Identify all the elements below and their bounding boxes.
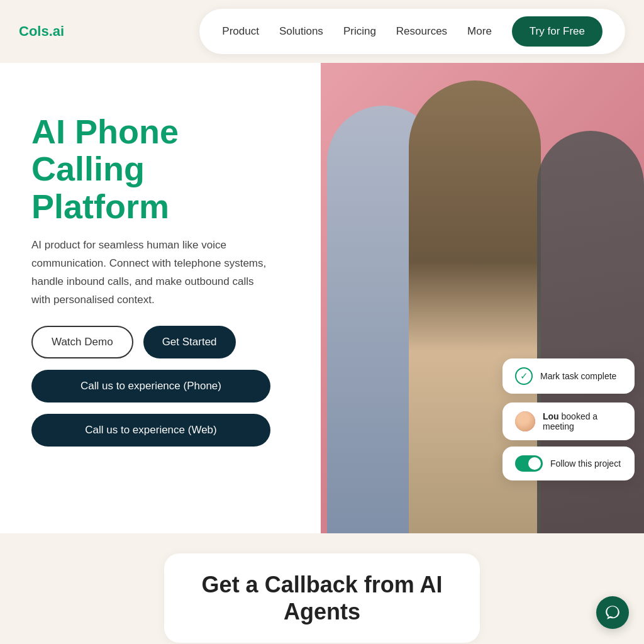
- bottom-section: Get a Callback from AI Agents: [0, 533, 644, 644]
- meeting-card[interactable]: Lou booked a meeting: [502, 402, 635, 440]
- task-card[interactable]: ✓ Mark task complete: [502, 358, 635, 394]
- hero-left: AI Phone Calling Platform AI product for…: [0, 63, 321, 533]
- hero-subtitle: AI product for seamless human like voice…: [31, 236, 270, 309]
- nav-more[interactable]: More: [467, 25, 492, 38]
- call-web-button[interactable]: Call us to experience (Web): [31, 414, 270, 447]
- nav-pricing[interactable]: Pricing: [343, 25, 376, 38]
- nav-solutions[interactable]: Solutions: [279, 25, 323, 38]
- avatar: [515, 411, 535, 431]
- chat-bubble-button[interactable]: [596, 596, 629, 629]
- callback-title: Get a Callback from AI Agents: [202, 571, 443, 625]
- task-label: Mark task complete: [540, 371, 616, 381]
- get-started-button[interactable]: Get Started: [143, 326, 236, 358]
- hero-section: AI Phone Calling Platform AI product for…: [0, 63, 644, 533]
- try-for-free-button[interactable]: Try for Free: [512, 16, 602, 47]
- follow-toggle[interactable]: [515, 455, 543, 472]
- nav-resources[interactable]: Resources: [396, 25, 447, 38]
- meeting-text: Lou booked a meeting: [543, 411, 622, 431]
- hero-cta-row: Watch Demo Get Started: [31, 326, 289, 358]
- check-circle-icon: ✓: [515, 367, 533, 385]
- callback-card: Get a Callback from AI Agents: [164, 553, 480, 643]
- follow-card[interactable]: Follow this project: [502, 447, 635, 480]
- logo[interactable]: Cols.ai: [19, 23, 64, 40]
- watch-demo-button[interactable]: Watch Demo: [31, 326, 133, 358]
- hero-title: AI Phone Calling Platform: [31, 113, 289, 225]
- follow-label: Follow this project: [550, 458, 621, 469]
- meeting-name: Lou: [543, 411, 559, 421]
- nav-product[interactable]: Product: [222, 25, 259, 38]
- chat-icon: [604, 604, 621, 621]
- call-phone-button[interactable]: Call us to experience (Phone): [31, 370, 270, 402]
- hero-right: ✓ Mark task complete Lou booked a meetin…: [321, 63, 644, 533]
- navbar: Cols.ai Product Solutions Pricing Resour…: [0, 0, 644, 63]
- nav-pill: Product Solutions Pricing Resources More…: [199, 9, 625, 54]
